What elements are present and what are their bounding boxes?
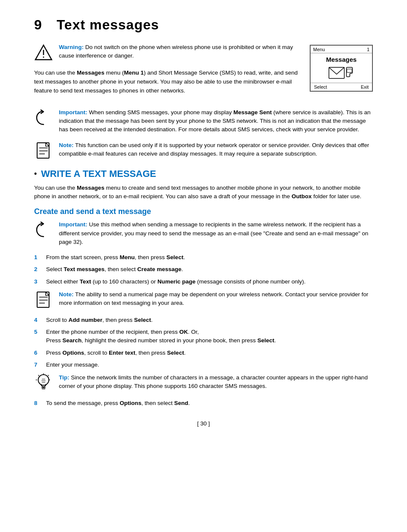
important-text-2: Important: Use this method when sending … [59,220,373,246]
step-num-4: 4 [34,316,42,324]
tip-icon [34,373,53,392]
svg-point-2 [43,57,44,58]
step-content-2: Select Text messages, then select Create… [46,265,373,274]
step-content-5: Enter the phone number of the recipient,… [46,328,373,345]
write-text-message-header: • WRITE A TEXT MESSAGE [34,168,373,179]
step-1: 1 From the start screen, press Menu, the… [34,253,373,262]
step-num-6: 6 [34,349,42,357]
note-body-2: The ability to send a numerical page may… [59,291,368,306]
note-label-1: Note: [59,142,74,148]
steps-list-3: 8 To send the message, press Options, th… [34,399,373,408]
tip-block: Tip: Since the network limits the number… [34,373,373,392]
note-label-2: Note: [59,291,74,298]
note-block-2: Note: The ability to send a numerical pa… [34,290,373,309]
step-num-1: 1 [34,253,42,262]
step-3: 3 Select either Text (up to 160 characte… [34,278,373,286]
svg-rect-4 [347,69,352,72]
phone-center-text: Messages [311,53,372,65]
important-icon-2 [34,220,53,239]
title-text: Text messages [57,17,159,32]
step-6: 6 Press Options, scroll to Enter text, t… [34,349,373,357]
svg-line-9 [46,143,49,146]
section-title: WRITE A TEXT MESSAGE [41,168,156,179]
step-num-3: 3 [34,278,42,286]
create-send-header: Create and send a text message [34,207,373,216]
svg-rect-5 [37,143,49,158]
phone-icon-area [311,65,372,83]
note-icon-2 [34,290,53,309]
step-num-5: 5 [34,328,42,336]
important-icon-1 [34,108,53,127]
step-7: 7 Enter your message. [34,361,373,369]
note-page-icon [35,142,52,159]
page-number: [ 30 ] [197,420,210,427]
phone-select-label: Select [314,84,327,90]
step-content-7: Enter your message. [46,361,373,369]
step-num-7: 7 [34,361,42,369]
step-content-8: To send the message, press Options, then… [46,399,373,408]
page-footer: [ 30 ] [34,420,373,427]
phone-number: 1 [367,47,369,52]
top-section: Warning: Do not switch on the phone when… [34,43,373,101]
important-body-1: When sending SMS messages, your phone ma… [59,109,371,133]
step-8: 8 To send the message, press Options, th… [34,399,373,408]
note-text-1: Note: This function can be used only if … [59,141,373,159]
step-content-6: Press Options, scroll to Enter text, the… [46,349,373,357]
note-text-2: Note: The ability to send a numerical pa… [59,290,373,308]
section-bullet: • [34,169,37,178]
step-content-1: From the start screen, press Menu, then … [46,253,373,262]
note-body-1: This function can be used only if it is … [59,142,369,157]
important-block-1: Important: When sending SMS messages, yo… [34,108,373,134]
warning-text: Warning: Do not switch on the phone when… [59,43,301,61]
important-body-2: Use this method when sending a message t… [59,221,368,245]
phone-menu-label: Menu [313,47,325,52]
important-block-2: Important: Use this method when sending … [34,220,373,246]
svg-point-15 [38,375,49,385]
steps-list-1: 1 From the start screen, press Menu, the… [34,253,373,286]
step-5: 5 Enter the phone number of the recipien… [34,328,373,345]
curved-arrow-icon [35,109,52,126]
lightbulb-icon [34,372,53,393]
warning-block: Warning: Do not switch on the phone when… [34,43,301,62]
page-title: 9 Text messages [34,17,373,33]
step-2: 2 Select Text messages, then select Crea… [34,265,373,274]
warning-body: Do not switch on the phone when wireless… [59,44,293,59]
envelope-phone-icon [329,65,354,83]
steps-list-2: 4 Scroll to Add number, then press Selec… [34,316,373,369]
note-block-1: Note: This function can be used only if … [34,141,373,160]
body-paragraph-1: You can use the Messages menu (Menu 1) a… [34,69,301,95]
top-left-content: Warning: Do not switch on the phone when… [34,43,301,101]
tip-body: Since the network limits the number of c… [59,374,368,389]
svg-line-22 [48,375,49,376]
step-4: 4 Scroll to Add number, then press Selec… [34,316,373,324]
write-text-message-body: You can use the Messages menu to create … [34,184,373,202]
phone-screen-illustration: Menu 1 Messages Select Exit [310,45,373,92]
curved-arrow-icon-2 [35,221,52,238]
step-num-8: 8 [34,399,42,408]
note-page-icon-2 [35,291,52,308]
warning-label: Warning: [59,44,84,50]
important-text-1: Important: When sending SMS messages, yo… [59,108,373,134]
phone-exit-label: Exit [361,84,369,90]
step-num-2: 2 [34,265,42,274]
important-label-1: Important: [59,109,87,116]
tip-label: Tip: [59,374,70,381]
step-content-4: Scroll to Add number, then press Select. [46,316,373,324]
create-send-subsection: Create and send a text message Important… [34,207,373,408]
write-text-message-section: • WRITE A TEXT MESSAGE You can use the M… [34,168,373,408]
svg-line-14 [46,292,49,295]
important-label-2: Important: [59,221,87,228]
note-icon-1 [34,141,53,160]
warning-icon [34,43,53,62]
svg-line-19 [38,375,39,376]
chapter-number: 9 [34,17,42,32]
step-content-3: Select either Text (up to 160 characters… [46,278,373,286]
tip-text: Tip: Since the network limits the number… [59,373,373,391]
svg-rect-10 [37,292,49,307]
